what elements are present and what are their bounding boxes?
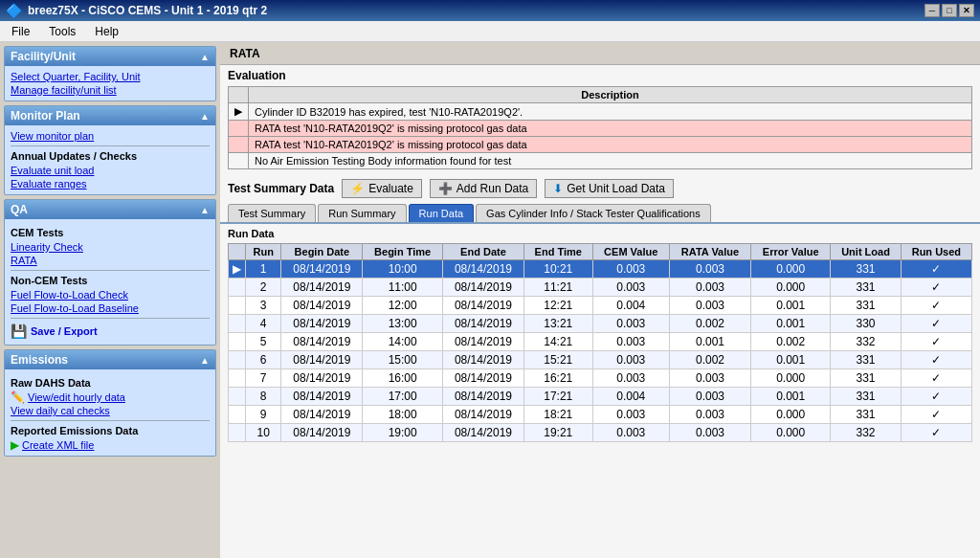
sidebar-facility-label: Facility/Unit [11, 50, 76, 63]
sidebar-group-annual-updates: Annual Updates / Checks [11, 150, 210, 162]
rata-title: RATA [230, 47, 260, 60]
evaluation-section: Evaluation Description ▶Cylinder ID B320… [220, 65, 980, 173]
table-row[interactable]: 408/14/201913:0008/14/201913:210.0030.00… [229, 315, 972, 333]
eval-col-description: Description [249, 87, 972, 103]
menu-file[interactable]: File [4, 23, 37, 40]
eval-col-pointer [229, 87, 249, 103]
table-row[interactable]: 908/14/201918:0008/14/201918:210.0030.00… [229, 406, 972, 424]
evaluate-btn-label: Evaluate [368, 182, 413, 195]
run-data-col-begin-time: Begin Time [363, 244, 443, 260]
sidebar-link-view-monitor[interactable]: View monitor plan [11, 129, 210, 143]
sidebar-link-evaluate-ranges[interactable]: Evaluate ranges [11, 177, 210, 190]
test-summary-data-label: Test Summary Data [228, 182, 334, 195]
minimize-button[interactable]: ─ [924, 4, 940, 17]
play-icon: ▶ [11, 438, 19, 452]
sidebar-section-facility: Facility/Unit ▲ Select Quarter, Facility… [4, 46, 216, 101]
run-data-area: Run Data RunBegin DateBegin TimeEnd Date… [220, 224, 980, 558]
sidebar-link-view-daily-cal[interactable]: View daily cal checks [11, 404, 210, 417]
table-row[interactable]: 608/14/201915:0008/14/201915:210.0030.00… [229, 351, 972, 369]
title-bar: 🔷 breez75X - CiSCO CEMS - Unit 1 - 2019 … [0, 0, 980, 21]
evaluation-table: Description ▶Cylinder ID B32019 has expi… [228, 86, 972, 169]
add-run-data-button[interactable]: ➕ Add Run Data [430, 179, 537, 198]
toolbar-row: Test Summary Data ⚡ Evaluate ➕ Add Run D… [220, 173, 980, 204]
sidebar-link-fuel-flow-baseline[interactable]: Fuel Flow-to-Load Baseline [11, 301, 210, 315]
sidebar-link-rata[interactable]: RATA [11, 254, 210, 267]
run-data-col-begin-date: Begin Date [281, 244, 363, 260]
sidebar-section-qa: QA ▲ CEM Tests Linearity Check RATA Non-… [4, 199, 216, 346]
sidebar-group-non-cem-tests: Non-CEM Tests [11, 275, 210, 286]
table-row[interactable]: 508/14/201914:0008/14/201914:210.0030.00… [229, 333, 972, 351]
sidebar-group-raw-dahs: Raw DAHS Data [11, 377, 210, 389]
menu-help[interactable]: Help [87, 23, 126, 40]
evaluate-icon: ⚡ [350, 182, 365, 195]
sidebar-section-monitor-header[interactable]: Monitor Plan ▲ [5, 106, 215, 125]
run-data-col-unit-load: Unit Load [831, 244, 901, 260]
sidebar-section-monitor-plan: Monitor Plan ▲ View monitor plan Annual … [4, 105, 216, 195]
chevron-up-icon-3: ▲ [200, 205, 210, 215]
sidebar-link-create-xml[interactable]: Create XML file [22, 438, 94, 452]
table-row[interactable]: 808/14/201917:0008/14/201917:210.0040.00… [229, 388, 972, 406]
sidebar-monitor-label: Monitor Plan [11, 109, 80, 123]
run-data-col-rata-value: RATA Value [669, 244, 750, 260]
menu-tools[interactable]: Tools [41, 23, 83, 40]
run-data-label: Run Data [228, 228, 972, 239]
run-data-col-error-value: Error Value [751, 244, 831, 260]
get-unit-load-btn-label: Get Unit Load Data [567, 182, 665, 195]
evaluate-button[interactable]: ⚡ Evaluate [342, 179, 422, 198]
window-title: breez75X - CiSCO CEMS - Unit 1 - 2019 qt… [28, 4, 267, 17]
sidebar-link-select-quarter[interactable]: Select Quarter, Facility, Unit [11, 70, 210, 83]
run-data-col-end-time: End Time [523, 244, 592, 260]
sidebar-link-linearity-check[interactable]: Linearity Check [11, 240, 210, 254]
pencil-icon: ✏️ [11, 391, 25, 404]
table-row[interactable]: 708/14/201916:0008/14/201916:210.0030.00… [229, 369, 972, 388]
sidebar-section-emissions: Emissions ▲ Raw DAHS Data ✏️ View/edit h… [4, 349, 216, 457]
tab-gas-cylinder[interactable]: Gas Cylinder Info / Stack Tester Qualifi… [476, 204, 711, 222]
sidebar-link-fuel-flow-load[interactable]: Fuel Flow-to-Load Check [11, 288, 210, 301]
run-data-table: RunBegin DateBegin TimeEnd DateEnd TimeC… [228, 243, 972, 442]
sidebar-section-emissions-header[interactable]: Emissions ▲ [5, 350, 215, 369]
sidebar-save-row: 💾 Save / Export [11, 322, 210, 341]
table-row[interactable]: 1008/14/201919:0008/14/201919:210.0030.0… [229, 424, 972, 442]
sidebar-section-facility-header[interactable]: Facility/Unit ▲ [5, 47, 215, 66]
run-data-col-run-used: Run Used [901, 244, 971, 260]
content-area: RATA Evaluation Description ▶Cylinder ID… [220, 42, 980, 558]
tab-test-summary[interactable]: Test Summary [228, 204, 316, 222]
tabs-row: Test Summary Run Summary Run Data Gas Cy… [220, 204, 980, 224]
table-row[interactable]: ▶108/14/201910:0008/14/201910:210.0030.0… [229, 260, 972, 279]
tab-run-summary[interactable]: Run Summary [318, 204, 406, 222]
restore-button[interactable]: □ [942, 4, 957, 17]
sidebar-qa-label: QA [11, 203, 28, 216]
sidebar-link-view-edit-hourly[interactable]: View/edit hourly data [28, 391, 125, 404]
add-run-icon: ➕ [438, 182, 453, 195]
sidebar: Facility/Unit ▲ Select Quarter, Facility… [0, 42, 220, 558]
save-icon: 💾 [11, 324, 27, 339]
rata-header: RATA [220, 42, 980, 65]
sidebar-group-cem-tests: CEM Tests [11, 227, 210, 238]
table-row[interactable]: 208/14/201911:0008/14/201911:210.0030.00… [229, 279, 972, 297]
chevron-up-icon-2: ▲ [200, 111, 210, 122]
sidebar-link-save-export[interactable]: Save / Export [31, 324, 98, 338]
sidebar-link-evaluate-unit-load[interactable]: Evaluate unit load [11, 164, 210, 177]
run-data-col-cem-value: CEM Value [592, 244, 669, 260]
sidebar-link-manage-facility[interactable]: Manage facility/unit list [11, 83, 210, 97]
sidebar-group-reported-emissions: Reported Emissions Data [11, 425, 210, 436]
sidebar-emissions-label: Emissions [11, 353, 68, 367]
evaluation-title: Evaluation [228, 69, 972, 82]
chevron-up-icon: ▲ [200, 52, 210, 62]
add-run-btn-label: Add Run Data [457, 182, 528, 195]
run-data-col- [229, 244, 246, 260]
download-icon: ⬇ [553, 182, 563, 195]
table-row[interactable]: 308/14/201912:0008/14/201912:210.0040.00… [229, 297, 972, 315]
menu-bar: File Tools Help [0, 21, 980, 42]
get-unit-load-button[interactable]: ⬇ Get Unit Load Data [545, 179, 674, 198]
chevron-up-icon-4: ▲ [200, 355, 210, 366]
run-data-col-end-date: End Date [443, 244, 524, 260]
run-data-col-run: Run [246, 244, 281, 260]
tab-run-data[interactable]: Run Data [409, 204, 474, 222]
close-button[interactable]: ✕ [959, 4, 974, 17]
sidebar-section-qa-header[interactable]: QA ▲ [5, 200, 215, 219]
